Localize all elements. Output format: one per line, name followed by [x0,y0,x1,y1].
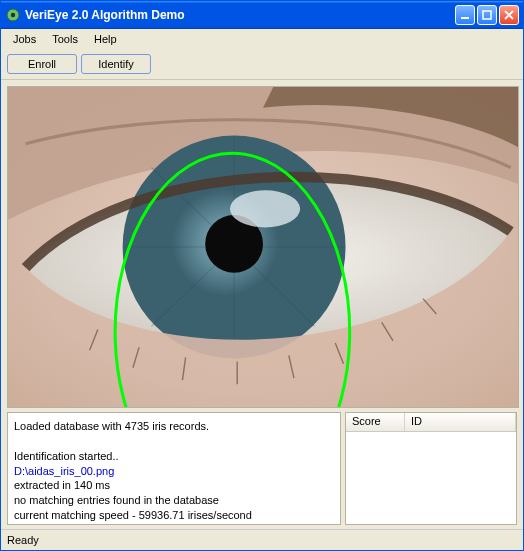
iris-photo [8,87,518,407]
results-body [346,432,516,524]
column-score[interactable]: Score [346,413,405,431]
identify-button[interactable]: Identify [81,54,151,74]
svg-point-1 [11,13,15,17]
results-header: Score ID [346,413,516,432]
maximize-button[interactable] [477,5,497,25]
log-line: Loaded database with 4735 iris records. [14,419,334,434]
svg-point-15 [230,190,300,227]
close-button[interactable] [499,5,519,25]
iris-image-container [7,86,519,408]
log-line: Identification started.. [14,449,334,464]
menu-jobs[interactable]: Jobs [5,31,44,47]
enroll-button[interactable]: Enroll [7,54,77,74]
log-line: Identification finished. [14,523,334,525]
log-line: extracted in 140 ms [14,478,334,493]
toolbar: Enroll Identify [1,49,523,80]
svg-rect-3 [483,11,491,19]
status-text: Ready [7,534,39,546]
menubar: Jobs Tools Help [1,29,523,49]
menu-tools[interactable]: Tools [44,31,86,47]
window-buttons [455,5,519,25]
log-line: no matching entries found in the databas… [14,493,334,508]
bottom-panels: Loaded database with 4735 iris records. … [1,412,523,529]
app-window: VeriEye 2.0 Algorithm Demo Jobs Tools He… [0,0,524,551]
app-icon [5,7,21,23]
svg-rect-2 [461,17,469,19]
image-panel [1,80,523,412]
window-title: VeriEye 2.0 Algorithm Demo [25,8,455,22]
results-panel: Score ID [345,412,517,525]
menu-help[interactable]: Help [86,31,125,47]
log-line [14,434,334,449]
statusbar: Ready [1,529,523,550]
log-line: current matching speed - 59936.71 irises… [14,508,334,523]
log-panel[interactable]: Loaded database with 4735 iris records. … [7,412,341,525]
column-id[interactable]: ID [405,413,516,431]
minimize-button[interactable] [455,5,475,25]
log-line[interactable]: D:\aidas_iris_00.png [14,464,334,479]
titlebar: VeriEye 2.0 Algorithm Demo [1,1,523,29]
